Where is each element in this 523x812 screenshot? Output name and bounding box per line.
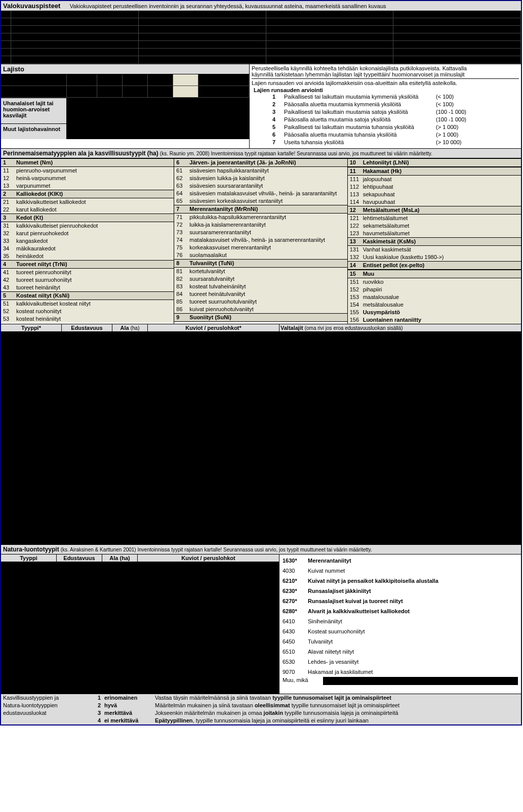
- type-row: 72luikka-ja kaislamerenrantaniityt: [174, 221, 347, 229]
- type-row: 122sekametsälaitumet: [348, 222, 521, 230]
- natura-row: 4030Kuivat nummet: [283, 566, 518, 576]
- type-row: 61sisävesien hapsiluikkarantaniityt: [174, 167, 347, 175]
- type-row: 63sisävesien suursararantaniityt: [174, 182, 347, 190]
- type-row: 65sisävesien korkeakasvuiset rantaniityt: [174, 197, 347, 205]
- natura-row: 6530Lehdes- ja vesaniityt: [283, 657, 518, 667]
- type-row: 51kalkkivaikutteiset kosteat niityt: [1, 300, 174, 308]
- natura-row: 6270*Runsaslajiset kuivat ja tuoreet nii…: [283, 596, 518, 606]
- natura-row: 6430Kosteat suurruohoniityt: [283, 626, 518, 636]
- nat-h-ala: Ala (ha): [102, 554, 138, 562]
- natura-row: 6410Siniheinäniityt: [283, 616, 518, 626]
- type-row: 81kortetulvaniityt: [174, 268, 347, 275]
- perinne-header: Perinnemaisematyyppien ala ja kasvillisu…: [1, 148, 521, 158]
- type-row: 154metsätalousalue: [348, 301, 521, 309]
- type-row: 34mäkikaurakedot: [1, 245, 174, 252]
- type-row: 53kosteat heinäniityt: [1, 315, 174, 323]
- edustavuus-row: 4ei merkittäväEpätyypillinen, tyypille t…: [1, 717, 521, 724]
- runsaus-row: 1Paikallisesti tai laikuttain muutamia k…: [254, 93, 517, 101]
- type-row: 73suursaramerenrantaniityt: [174, 229, 347, 236]
- h-kuviot: Kuviot / peruslohkot*: [148, 324, 279, 331]
- perinne-title: Perinnemaisematyyppien ala ja kasvillisu…: [3, 150, 158, 157]
- type-row: 6Järven- ja joenrantaniityt (Jä- ja JoRn…: [174, 158, 347, 167]
- type-row: 153maatalousalue: [348, 293, 521, 301]
- runsaus-row: 5Paikallisesti tai laikuttain muutamia t…: [254, 123, 517, 131]
- lajisto-desc-2: käynnillä tarkistetaan lyhemmän lajilist…: [252, 71, 519, 79]
- type-row: 64sisävesien matalakasvuiset vihvilä-, h…: [174, 190, 347, 197]
- type-row: 11Hakamaat (Hk): [348, 167, 521, 176]
- uhanalaiset-label: Uhanalaiset lajit tai huomion-arvoiset k…: [1, 98, 67, 123]
- type-row: 114havupuuhaat: [348, 198, 521, 206]
- type-row: 82suursaratulvaniityt: [174, 275, 347, 283]
- type-row: 132Uusi kaskialue (kaskettu 1980->): [348, 253, 521, 261]
- lajisto-title: Lajisto: [3, 65, 24, 73]
- runsaus-row: 3Paikallisesti tai laikuttain muutamia s…: [254, 108, 517, 116]
- type-row: 111jalopuuhaat: [348, 176, 521, 183]
- runsaus-row: 7Useita tuhansia yksilöitä(> 10 000): [254, 139, 517, 146]
- nat-h-edust: Edustavuus: [57, 554, 102, 562]
- natura-row: 6210*Kuivat niityt ja pensaikot kalkkipi…: [283, 576, 518, 586]
- edustavuus-row: Kasvillisuustyyppien ja1erinomainenVasta…: [1, 694, 521, 702]
- natura-title: Natura-luontotyypit: [3, 546, 59, 553]
- type-row: 12Metsälaitumet (MsLa): [348, 206, 521, 215]
- valo-row-3: [1, 33, 521, 41]
- type-row: 31kalkkivaikutteiset pienruohokedot: [1, 222, 174, 230]
- natura-muu-label: Muu, mikä: [283, 677, 323, 685]
- type-row: 123havumetsälaitumet: [348, 230, 521, 237]
- type-row: 113sekapuuhaat: [348, 191, 521, 198]
- type-row: 71pikkuluikka-hapsiluikkamerenrantaniity…: [174, 213, 347, 221]
- nat-h-tyyppi: Tyyppi: [1, 554, 57, 562]
- uhanalaiset-field[interactable]: [67, 98, 249, 123]
- type-row: 32karut pienruohokedot: [1, 230, 174, 237]
- type-row: 21kalkkivaikutteiset kalliokedot: [1, 198, 174, 206]
- type-row: 5Kosteat niityt (KsNi): [1, 291, 174, 300]
- natura-header: Natura-luontotyypit (ks. Airaksinen & Ka…: [1, 544, 521, 554]
- h-edustavuus: Edustavuus: [62, 324, 112, 331]
- h-ala: Ala (ha): [112, 324, 148, 331]
- nat-h-kuviot: Kuviot / peruslohkot: [138, 554, 279, 562]
- type-row: 155Uusympäristö: [348, 309, 521, 316]
- natura-row: 6280*Alvarit ja kalkkivaikutteiset kalli…: [283, 606, 518, 616]
- type-row: 83kosteat tulvaheinäniityt: [174, 283, 347, 290]
- runsaus-title: Lajien runsauden arviointi: [254, 87, 323, 93]
- type-row: 131Vanhat kaskimetsät: [348, 246, 521, 253]
- valokuvauspisteet-header: Valokuvauspisteet Vakiokuvapisteet perus…: [1, 1, 521, 11]
- type-row: 15Muu: [348, 270, 521, 278]
- type-row: 7Merenrantaniityt (MrRnNi): [174, 205, 347, 213]
- type-row: 9Suoniityt (SuNi): [174, 313, 347, 322]
- type-row: 121lehtimetsälaitumet: [348, 215, 521, 222]
- edustavuus-row: Natura-luontotyyppien2hyväMääritelmän mu…: [1, 702, 521, 709]
- valo-header-row: [1, 11, 521, 18]
- valo-row-6: [1, 56, 521, 64]
- entry-header: Tyyppi* Edustavuus Ala (ha) Kuviot / per…: [1, 324, 521, 332]
- type-row: 43tuoreet heinäniityt: [1, 284, 174, 291]
- type-row: 62sisävesien luikka-ja kaislaniityt: [174, 175, 347, 182]
- type-row: 22karut kalliokedot: [1, 206, 174, 213]
- type-row: 152pihapiiri: [348, 286, 521, 293]
- perinne-note: (ks. Raunio ym. 2008) Inventoinnissa tyy…: [160, 151, 432, 156]
- type-row: 52kosteat ruohoniityt: [1, 308, 174, 315]
- type-row: 156Luontainen rantaniitty: [348, 316, 521, 324]
- type-row: 112lehtipuuhaat: [348, 183, 521, 191]
- natura-muu-field[interactable]: [323, 677, 518, 685]
- entry-data-area[interactable]: [1, 332, 521, 544]
- valo-row-2: [1, 26, 521, 33]
- edustavuus-row: edustavuusluokat3merkittäväJokseenkin mä…: [1, 709, 521, 717]
- runsaus-row: 6Pääosalla aluetta muutamia tuhansia yks…: [254, 131, 517, 139]
- valo-row-5: [1, 49, 521, 56]
- type-row: 86kuivat pienruohotulvaniityt: [174, 306, 347, 313]
- type-row: 35heinäkedot: [1, 252, 174, 260]
- type-grid: 1Nummet (Nm)11pienruoho-varpunummet12hei…: [1, 158, 521, 324]
- natura-note: (ks. Airaksinen & Karttunen 2001) Invent…: [61, 547, 372, 552]
- type-row: 3Kedot (Kt): [1, 213, 174, 222]
- lajisto-desc-3: Lajien runsauden voi arvioida lajilomakk…: [252, 79, 519, 86]
- natura-row: 9070Hakamaat ja kaskilaitumet: [283, 667, 518, 677]
- type-row: 14Entiset pellot (ex-pelto): [348, 261, 521, 270]
- muut-field[interactable]: [67, 124, 249, 139]
- type-row: 76suolamaalaikut: [174, 251, 347, 259]
- type-row: 2Kalliokedot (KlKt): [1, 190, 174, 198]
- natura-row: 6230*Runsaslajiset jäkkiniityt: [283, 586, 518, 596]
- h-valtalajit: Valtalajit (oma rivi jos eroa edustavuus…: [279, 324, 521, 331]
- natura-data-area[interactable]: [1, 562, 279, 694]
- natura-row: 6450Tulvaniityt: [283, 636, 518, 647]
- runsaus-row: 2Pääosalla aluetta muutamia kymmeniä yks…: [254, 101, 517, 108]
